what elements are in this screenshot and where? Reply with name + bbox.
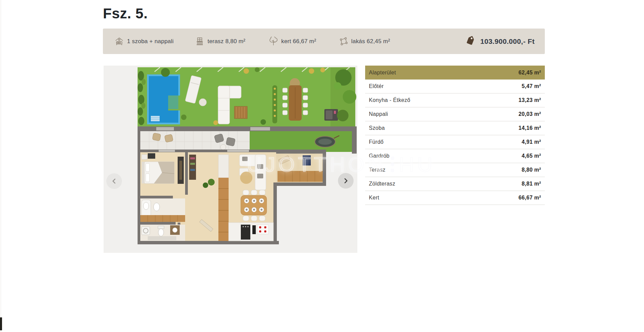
plant xyxy=(203,182,208,188)
flower-hedge xyxy=(272,85,277,123)
sofa xyxy=(255,155,266,190)
terrace xyxy=(140,131,250,152)
toilet xyxy=(158,229,164,236)
info-item-garden: kert 66,67 m² xyxy=(269,37,316,46)
table-row: Előtér 5,47 m² xyxy=(365,80,545,93)
carousel-prev-button[interactable] xyxy=(106,173,122,189)
cooktop xyxy=(257,225,269,234)
sink xyxy=(154,203,160,211)
right-wall xyxy=(352,126,357,154)
info-item-terrace: terasz 8,80 m² xyxy=(195,37,245,46)
dining-set xyxy=(241,190,267,221)
carousel-next-button[interactable] xyxy=(338,173,354,189)
bbq-grill xyxy=(324,109,338,121)
bedroom-icon xyxy=(114,37,124,46)
page-title: Fsz. 5. xyxy=(103,5,148,22)
chevron-left-icon xyxy=(111,178,117,184)
price-tag-icon xyxy=(465,36,476,47)
table-row: Terasz 8,80 m² xyxy=(365,163,545,177)
info-item-flat-area: lakás 62,45 m² xyxy=(339,37,390,46)
area-table: Alapterület 62,45 m² Előtér 5,47 m² Kony… xyxy=(365,66,545,205)
area-table-header: Alapterület 62,45 m² xyxy=(365,66,545,80)
bed xyxy=(142,162,174,184)
info-item-label: terasz 8,80 m² xyxy=(208,38,245,45)
floorplan-carousel xyxy=(104,66,357,253)
info-item-label: kert 66,67 m² xyxy=(281,38,316,45)
table-row: Zöldterasz 8,81 m² xyxy=(365,177,545,191)
info-item-label: 1 szoba + nappali xyxy=(127,38,174,45)
washing-machine xyxy=(142,227,150,235)
terrace-icon xyxy=(195,37,204,46)
floorplan-image xyxy=(104,66,357,253)
pool xyxy=(147,74,180,124)
table-row: Konyha - Étkező 13,23 m² xyxy=(365,93,545,107)
header-label: Alapterület xyxy=(369,70,396,76)
table-row: Fürdő 4,91 m² xyxy=(365,135,545,149)
kitchen-counter xyxy=(229,223,273,241)
table-row: Kert 66,67 m² xyxy=(365,191,545,205)
table-row: Szoba 14,16 m² xyxy=(365,121,545,135)
navy-cabinet xyxy=(303,155,311,165)
rug xyxy=(240,172,252,184)
price-value: 103.900.000,- Ft xyxy=(480,37,535,46)
info-item-rooms: 1 szoba + nappali xyxy=(114,37,174,46)
table-row: Nappali 20,03 m² xyxy=(365,107,545,121)
property-page: Fsz. 5. 1 szoba + nappali xyxy=(0,0,644,332)
plant xyxy=(208,179,215,186)
bedroom-terrace-door xyxy=(159,150,175,152)
kitchen-cabinets xyxy=(218,155,229,241)
info-bar: 1 szoba + nappali terasz 8,80 m² xyxy=(103,29,545,54)
terrace-door xyxy=(250,127,270,130)
wall-art xyxy=(148,153,155,159)
price: 103.900.000,- Ft xyxy=(465,36,535,47)
header-value: 62,45 m² xyxy=(519,70,541,76)
hob xyxy=(252,225,256,234)
chevron-right-icon xyxy=(343,178,349,184)
nightstand xyxy=(142,155,147,159)
green-terrace xyxy=(250,131,352,152)
table-row: Gardrób 4,65 m² xyxy=(365,149,545,163)
page-left-border xyxy=(1,0,1,332)
terrace-door xyxy=(156,127,174,130)
wc-room xyxy=(140,225,185,241)
area-icon xyxy=(339,37,348,46)
garden xyxy=(138,67,356,126)
living-terrace-door xyxy=(227,150,249,152)
info-item-label: lakás 62,45 m² xyxy=(351,38,390,45)
bathroom xyxy=(140,198,185,222)
scrollbar-artifact xyxy=(0,317,2,330)
tree-icon xyxy=(269,37,278,46)
